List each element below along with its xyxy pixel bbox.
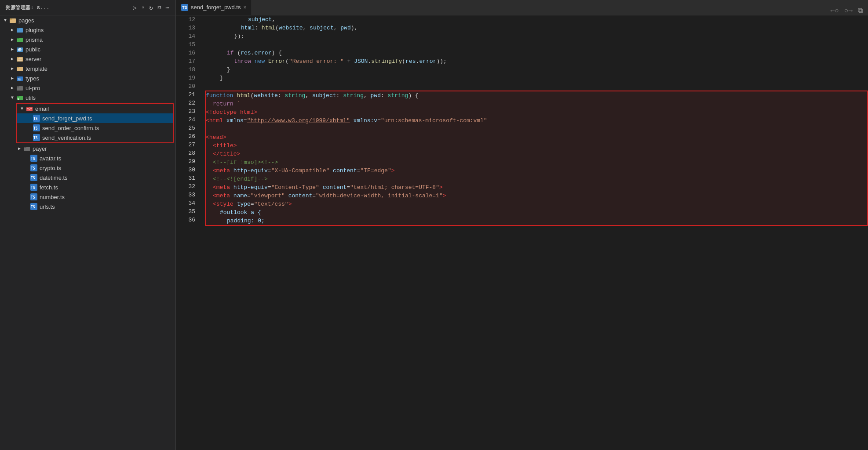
sidebar-label-public: public [26, 46, 40, 53]
svg-text:TS: TS [31, 176, 35, 180]
sidebar-item-plugins[interactable]: ▶ plugins [0, 25, 175, 35]
line-numbers: 12 13 14 15 16 17 18 19 20 21 22 23 24 2… [176, 15, 202, 450]
collapse-all-icon[interactable]: ⧈ [157, 3, 162, 12]
sidebar-item-datetime[interactable]: ▶ TS datetime.ts [0, 173, 175, 182]
arrow-prisma: ▶ [9, 37, 16, 42]
line-num-14: 14 [186, 32, 195, 40]
arrow-public: ▶ [9, 47, 16, 52]
folder-server-icon [16, 55, 24, 62]
folder-template-icon [16, 65, 24, 72]
sidebar-item-payer[interactable]: ▶ payer [0, 144, 175, 153]
arrow-plugins: ▶ [9, 27, 16, 33]
line-num-22: 22 [186, 99, 195, 107]
code-line-28: </title> [206, 150, 867, 158]
line-num-31: 31 [186, 174, 195, 182]
line-num-17: 17 [186, 57, 195, 65]
folder-uipro-icon [16, 84, 24, 91]
code-line-25 [206, 125, 867, 133]
line-num-12: 12 [186, 15, 195, 24]
sidebar-item-crypto[interactable]: ▶ TS crypto.ts [0, 163, 175, 173]
svg-text:TS: TS [33, 136, 38, 140]
sidebar-item-pages[interactable]: ▼ pages [0, 15, 175, 25]
folder-types-icon: TS [16, 75, 24, 82]
sidebar-item-template[interactable]: ▶ template [0, 64, 175, 73]
editor-header-right: ←○ ○→ ⧉ [831, 7, 868, 15]
arrow-uipro: ▶ [9, 85, 16, 91]
go-back-icon[interactable]: ←○ [831, 7, 839, 15]
code-line-24: <html xmlns="http://www.w3.org/1999/xhtm… [206, 116, 867, 125]
code-line-35: #outlook a { [206, 208, 867, 217]
line-num-15: 15 [186, 40, 195, 49]
ts-file-avatar-icon: TS [30, 155, 38, 162]
sidebar-item-send-verification[interactable]: ▶ TS send_verification.ts [17, 133, 173, 142]
sidebar-item-send-order-confirm[interactable]: ▶ TS send_order_confirm.ts [17, 123, 173, 133]
sidebar-item-server[interactable]: ▶ server [0, 54, 175, 64]
folder-plugins-icon [16, 26, 24, 33]
line-num-24: 24 [186, 116, 195, 124]
line-num-19: 19 [186, 74, 195, 82]
sidebar-item-number[interactable]: ▶ TS number.ts [0, 192, 175, 202]
new-file-icon[interactable]: ▷ [132, 3, 137, 12]
sidebar-item-public[interactable]: ▶ public [0, 44, 175, 54]
line-num-30: 30 [186, 166, 195, 174]
sidebar-item-uipro[interactable]: ▶ ui-pro [0, 83, 175, 93]
split-editor-icon[interactable]: ⧉ [858, 7, 863, 15]
editor-tab-bar: TS send_forget_pwd.ts × ←○ ○→ ⧉ [176, 0, 868, 15]
go-forward-icon[interactable]: ○→ [844, 7, 853, 15]
ts-file-send-order-icon: TS [33, 124, 40, 131]
code-line-14: }); [206, 32, 868, 40]
sidebar-item-types[interactable]: ▶ TS types [0, 73, 175, 83]
sidebar-label-send-verification: send_verification.ts [42, 134, 91, 141]
sidebar-label-prisma: prisma [26, 36, 43, 43]
svg-rect-3 [17, 28, 19, 29]
line-num-16: 16 [186, 49, 195, 57]
editor-tab-send-forget-pwd[interactable]: TS send_forget_pwd.ts × [176, 0, 252, 15]
line-num-27: 27 [186, 141, 195, 149]
sidebar-label-plugins: plugins [26, 27, 44, 33]
sidebar-label-number: number.ts [40, 194, 65, 200]
code-line-20 [206, 82, 868, 91]
sidebar-item-fetch[interactable]: ▶ TS fetch.ts [0, 182, 175, 192]
sidebar-label-send-order-confirm: send_order_confirm.ts [42, 125, 99, 131]
code-line-30: <meta http-equiv="X-UA-Compatible" conte… [206, 167, 867, 175]
sidebar-item-send-forget-pwd[interactable]: ▶ TS send_forget_pwd.ts [17, 113, 173, 123]
tab-ts-icon: TS [181, 4, 188, 11]
new-folder-icon[interactable]: ▫ [140, 3, 146, 12]
svg-rect-21 [17, 86, 19, 87]
svg-text:TS: TS [31, 205, 35, 209]
svg-text:TS: TS [31, 186, 35, 190]
sidebar-label-pages: pages [18, 17, 34, 24]
sidebar-label-crypto: crypto.ts [40, 165, 61, 171]
code-line-31: <!--<![endif]--> [206, 175, 867, 183]
tab-close-button[interactable]: × [243, 4, 246, 11]
svg-text:TS: TS [31, 157, 35, 161]
sidebar-item-urls[interactable]: ▶ TS urls.ts [0, 202, 175, 211]
code-line-29: <!--[if !mso]><!--> [206, 158, 867, 167]
sidebar-label-payer: payer [33, 145, 47, 152]
svg-text:TS: TS [18, 78, 21, 81]
sidebar-item-avatar[interactable]: ▶ TS avatar.ts [0, 153, 175, 163]
sidebar-label-send-forget-pwd: send_forget_pwd.ts [42, 115, 92, 122]
sidebar-label-avatar: avatar.ts [40, 155, 61, 162]
arrow-types: ▶ [9, 76, 16, 81]
code-line-13: html: html(website, subject, pwd), [206, 24, 868, 32]
sidebar: 资源管理器: S... ▷ ▫ ↻ ⧈ ⋯ ▼ pages ▶ plugins [0, 0, 176, 450]
sidebar-item-prisma[interactable]: ▶ prisma [0, 35, 175, 44]
line-num-21: 21 [186, 91, 195, 99]
ts-file-crypto-icon: TS [30, 164, 38, 171]
svg-rect-1 [10, 18, 12, 20]
code-line-33: <meta name="viewport" content="width=dev… [206, 192, 867, 200]
sidebar-item-utils[interactable]: ▼ U utils [0, 93, 175, 102]
more-icon[interactable]: ⋯ [165, 3, 170, 12]
line-num-33: 33 [186, 191, 195, 199]
refresh-icon[interactable]: ↻ [148, 3, 153, 12]
folder-email-icon [26, 105, 33, 112]
svg-rect-31 [24, 147, 26, 148]
svg-rect-12 [17, 57, 19, 58]
code-line-12: subject, [206, 15, 868, 24]
svg-rect-26 [26, 107, 29, 108]
sidebar-item-email[interactable]: ▼ email [17, 104, 173, 113]
ts-file-send-verification-icon: TS [33, 134, 40, 141]
ts-file-fetch-icon: TS [30, 184, 38, 191]
sidebar-label-datetime: datetime.ts [40, 174, 68, 181]
